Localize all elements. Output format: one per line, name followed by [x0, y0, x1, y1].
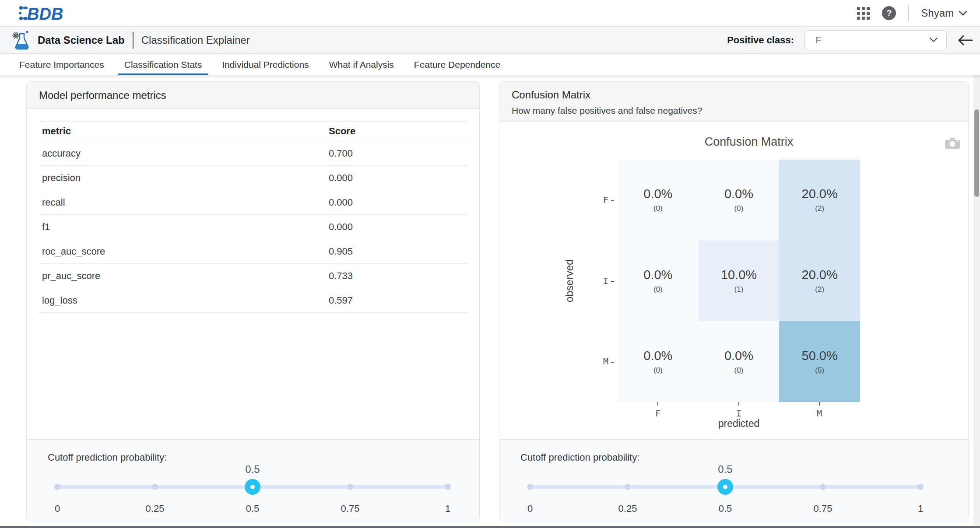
apps-grid-icon[interactable]: [857, 7, 870, 20]
slider-scale-label: 0.75: [341, 503, 360, 514]
confusion-matrix-subtitle: How many false positives and false negat…: [512, 105, 968, 116]
positive-class-select[interactable]: F: [804, 30, 947, 50]
slider-tick: [152, 484, 158, 490]
cell-percent: 20.0%: [802, 268, 838, 282]
model-performance-header: Model performance metrics: [27, 82, 479, 109]
slider-tick: [917, 484, 924, 490]
slider-scale-label: 1: [918, 503, 923, 514]
tabs-bar: Feature Importances Classification Stats…: [0, 54, 980, 75]
confusion-matrix-heatmap[interactable]: 0.0% (0) 0.0% (0) 20.0% (2) 0.0% (0) 10.…: [618, 160, 860, 402]
cutoff-section: Cutoff prediction probability: 0.5 0 0.2…: [499, 439, 968, 521]
topbar-divider: [908, 5, 909, 21]
slider-scale-label: 0: [527, 503, 533, 514]
table-row: recall 0.000: [39, 190, 468, 215]
cutoff-slider: 0.5 0 0.25 0.5 0.75 1: [530, 440, 920, 521]
heatmap-cell-M-M[interactable]: 50.0% (5): [779, 321, 860, 402]
heatmap-cell-I-F[interactable]: 0.0% (0): [618, 241, 699, 322]
metric-score: 0.700: [329, 148, 468, 159]
metric-column-header: metric: [39, 126, 329, 137]
tab-feature-importances[interactable]: Feature Importances: [13, 54, 110, 75]
metric-score: 0.905: [329, 246, 468, 257]
slider-tick: [347, 484, 353, 490]
slider-scale-label: 1: [445, 503, 450, 514]
heatmap-cell-M-I[interactable]: 0.0% (0): [699, 321, 780, 402]
back-arrow-button[interactable]: [957, 35, 973, 46]
model-performance-panel: Model performance metrics metric Score a…: [26, 81, 480, 521]
table-row: f1 0.000: [39, 215, 468, 239]
slider-tick: [54, 484, 60, 490]
table-row: precision 0.000: [39, 166, 468, 190]
metric-name: pr_auc_score: [39, 270, 329, 282]
heatmap-cell-F-M[interactable]: 20.0% (2): [779, 160, 860, 241]
slider-scale-label: 0.25: [618, 503, 637, 514]
cell-percent: 0.0%: [643, 268, 672, 282]
metric-name: precision: [39, 172, 329, 184]
slider-value: 0.5: [718, 463, 732, 476]
metric-name: roc_auc_score: [39, 246, 329, 257]
app-header-bar: Data Science Lab Classification Explaine…: [0, 27, 980, 54]
metrics-table-header: metric Score: [39, 122, 468, 141]
cell-percent: 0.0%: [643, 187, 672, 201]
slider-scale-label: 0.5: [246, 503, 260, 514]
slider-scale-label: 0: [55, 503, 60, 514]
slider-scale-label: 0.5: [719, 503, 732, 514]
cell-percent: 10.0%: [721, 268, 757, 282]
help-icon[interactable]: ?: [882, 6, 896, 20]
slider-handle[interactable]: [245, 479, 260, 495]
user-name: Shyam: [921, 7, 954, 19]
cell-count: (5): [815, 366, 824, 375]
score-column-header: Score: [329, 126, 468, 137]
slider-tick: [527, 484, 533, 490]
model-performance-title: Model performance metrics: [39, 89, 166, 101]
chevron-down-icon: [930, 38, 938, 42]
confusion-matrix-title: Confusion Matrix: [512, 89, 968, 101]
slider-tick: [820, 484, 826, 490]
slider-value: 0.5: [245, 463, 260, 476]
xtick-M: M: [817, 402, 822, 419]
scrollbar-thumb[interactable]: [974, 109, 979, 197]
cell-count: (0): [653, 366, 663, 375]
slider-scale-label: 0.25: [146, 503, 165, 514]
metric-score: 0.000: [329, 221, 468, 233]
svg-text:BDB: BDB: [27, 5, 63, 23]
metric-name: log_loss: [39, 295, 329, 306]
metric-name: recall: [39, 197, 329, 208]
page-title: Classification Explainer: [141, 34, 250, 46]
cell-count: (2): [815, 204, 824, 213]
positive-class-value: F: [815, 35, 821, 46]
xaxis-title: predicted: [718, 418, 760, 430]
metric-name: accuracy: [39, 148, 329, 159]
cell-percent: 0.0%: [724, 187, 753, 201]
cell-percent: 0.0%: [724, 349, 753, 363]
slider-handle[interactable]: [717, 479, 733, 495]
ytick-M: M: [565, 356, 614, 367]
table-row: accuracy 0.700: [39, 141, 468, 166]
metric-score: 0.000: [329, 197, 468, 208]
vertical-scrollbar[interactable]: [973, 75, 980, 528]
tab-feature-dependence[interactable]: Feature Dependence: [408, 54, 506, 75]
arrow-left-icon: [957, 35, 973, 46]
table-row: log_loss 0.597: [39, 288, 468, 313]
table-row: pr_auc_score 0.733: [39, 264, 468, 288]
heatmap-cell-F-F[interactable]: 0.0% (0): [618, 160, 699, 241]
metric-score: 0.733: [329, 270, 468, 282]
cell-count: (2): [815, 285, 824, 294]
ytick-F: F: [565, 195, 614, 205]
cell-count: (1): [734, 285, 744, 294]
heatmap-cell-F-I[interactable]: 0.0% (0): [699, 160, 780, 241]
confusion-matrix-header: Confusion Matrix How many false positive…: [499, 82, 968, 122]
tab-individual-predictions[interactable]: Individual Predictions: [216, 54, 315, 75]
cell-count: (0): [653, 204, 663, 213]
heatmap-cell-I-M[interactable]: 20.0% (2): [779, 241, 860, 322]
camera-icon[interactable]: [945, 137, 960, 149]
heatmap-cell-M-F[interactable]: 0.0% (0): [618, 321, 699, 402]
tab-classification-stats[interactable]: Classification Stats: [118, 54, 208, 75]
table-row: roc_auc_score 0.905: [39, 239, 468, 264]
classification-explainer-app: BDB ? Shyam: [0, 0, 980, 528]
heatmap-cell-I-I[interactable]: 10.0% (1): [699, 241, 780, 322]
user-menu[interactable]: Shyam: [921, 7, 967, 19]
bdb-logo[interactable]: BDB: [18, 3, 70, 24]
xtick-F: F: [655, 402, 660, 419]
tab-what-if-analysis[interactable]: What if Analysis: [323, 54, 400, 75]
top-navigation-bar: BDB ? Shyam: [0, 0, 980, 27]
